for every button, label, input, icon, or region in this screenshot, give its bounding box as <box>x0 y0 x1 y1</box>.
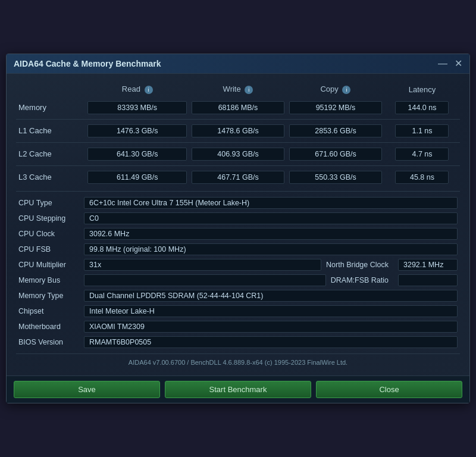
north-bridge-clock-label: North Bridge Clock <box>326 261 393 269</box>
chipset-row: Chipset Intel Meteor Lake-H <box>16 303 460 319</box>
row-copy-3: 550.33 GB/s <box>287 167 384 187</box>
cpu-fsb-label: CPU FSB <box>18 245 84 253</box>
cpu-stepping-value: C0 <box>84 212 458 224</box>
chipset-value: Intel Meteor Lake-H <box>84 305 458 317</box>
titlebar: AIDA64 Cache & Memory Benchmark — ✕ <box>7 54 469 74</box>
row-copy-0: 95192 MB/s <box>287 98 384 118</box>
table-header-row: Read i Write i Copy i Latency <box>16 81 460 98</box>
close-window-button[interactable]: Close <box>316 381 462 398</box>
read-info-icon[interactable]: i <box>145 86 153 94</box>
header-write: Write i <box>189 81 287 98</box>
memory-bus-label: Memory Bus <box>18 276 84 284</box>
row-label-0: Memory <box>16 98 85 118</box>
row-read-0: 83393 MB/s <box>85 98 189 118</box>
cpu-fsb-row: CPU FSB 99.8 MHz (original: 100 MHz) <box>16 242 460 257</box>
dram-fsb-label: DRAM:FSB Ratio <box>331 276 393 284</box>
table-row: L2 Cache 641.30 GB/s 406.93 GB/s 671.60 … <box>16 144 460 164</box>
cpu-type-value: 6C+10c Intel Core Ultra 7 155H (Meteor L… <box>84 197 458 209</box>
table-row: Memory 83393 MB/s 68186 MB/s 95192 MB/s … <box>16 98 460 118</box>
cpu-type-label: CPU Type <box>18 199 84 207</box>
cpu-clock-value: 3092.6 MHz <box>84 228 458 240</box>
start-benchmark-button[interactable]: Start Benchmark <box>165 381 311 398</box>
header-read: Read i <box>85 81 189 98</box>
row-copy-1: 2853.6 GB/s <box>287 121 384 141</box>
window-title: AIDA64 Cache & Memory Benchmark <box>14 59 161 68</box>
motherboard-value: XIAOMI TM2309 <box>84 321 458 333</box>
copy-info-icon[interactable]: i <box>342 86 350 94</box>
row-label-3: L3 Cache <box>16 167 85 187</box>
write-info-icon[interactable]: i <box>245 86 253 94</box>
row-latency-1: 1.1 ns <box>384 121 460 141</box>
row-label-2: L2 Cache <box>16 144 85 164</box>
motherboard-row: Motherboard XIAOMI TM2309 <box>16 319 460 334</box>
table-row: L3 Cache 611.49 GB/s 467.71 GB/s 550.33 … <box>16 167 460 187</box>
main-window: AIDA64 Cache & Memory Benchmark — ✕ Read <box>6 54 470 403</box>
row-write-0: 68186 MB/s <box>189 98 287 118</box>
chipset-label: Chipset <box>18 307 84 315</box>
header-latency: Latency <box>384 81 460 98</box>
bios-version-row: BIOS Version RMAMT6B0P0505 <box>16 334 460 350</box>
memory-type-value: Dual Channel LPDDR5 SDRAM (52-44-44-104 … <box>84 290 458 302</box>
cpu-fsb-value: 99.8 MHz (original: 100 MHz) <box>84 243 458 255</box>
bottom-bar: Save Start Benchmark Close <box>7 375 469 403</box>
cpu-multiplier-pair: CPU Multiplier 31x <box>18 259 321 271</box>
minimize-button[interactable]: — <box>438 59 447 68</box>
row-read-1: 1476.3 GB/s <box>85 121 189 141</box>
memory-type-row: Memory Type Dual Channel LPDDR5 SDRAM (5… <box>16 288 460 303</box>
system-info-section: CPU Type 6C+10c Intel Core Ultra 7 155H … <box>16 195 460 350</box>
titlebar-controls: — ✕ <box>438 59 462 68</box>
footer-text: AIDA64 v7.00.6700 / BenchDLL 4.6.889.8-x… <box>16 353 460 368</box>
cpu-multiplier-row: CPU Multiplier 31x North Bridge Clock 32… <box>16 257 460 273</box>
row-read-3: 611.49 GB/s <box>85 167 189 187</box>
memory-type-label: Memory Type <box>18 292 84 300</box>
bios-version-value: RMAMT6B0P0505 <box>84 336 458 348</box>
memory-bus-pair: Memory Bus <box>18 274 326 286</box>
row-latency-3: 45.8 ns <box>384 167 460 187</box>
row-copy-2: 671.60 GB/s <box>287 144 384 164</box>
header-empty <box>16 81 85 98</box>
cpu-multiplier-label: CPU Multiplier <box>18 261 84 269</box>
memory-bus-row: Memory Bus DRAM:FSB Ratio <box>16 273 460 288</box>
cpu-multiplier-value: 31x <box>84 259 321 271</box>
cpu-stepping-label: CPU Stepping <box>18 214 84 223</box>
cpu-clock-row: CPU Clock 3092.6 MHz <box>16 226 460 242</box>
row-write-2: 406.93 GB/s <box>189 144 287 164</box>
north-bridge-clock-value: 3292.1 MHz <box>398 259 458 271</box>
cpu-type-row: CPU Type 6C+10c Intel Core Ultra 7 155H … <box>16 195 460 211</box>
memory-bus-value <box>84 274 326 286</box>
main-content: Read i Write i Copy i Latency Memory <box>7 74 469 375</box>
row-write-3: 467.71 GB/s <box>189 167 287 187</box>
row-read-2: 641.30 GB/s <box>85 144 189 164</box>
motherboard-label: Motherboard <box>18 323 84 331</box>
cpu-stepping-row: CPU Stepping C0 <box>16 211 460 226</box>
cpu-clock-label: CPU Clock <box>18 230 84 238</box>
row-label-1: L1 Cache <box>16 121 85 141</box>
header-copy: Copy i <box>287 81 384 98</box>
bios-version-label: BIOS Version <box>18 338 84 346</box>
close-button[interactable]: ✕ <box>455 59 462 68</box>
benchmark-table: Read i Write i Copy i Latency Memory <box>16 81 460 187</box>
save-button[interactable]: Save <box>14 381 160 398</box>
dram-fsb-value <box>398 274 458 286</box>
row-latency-0: 144.0 ns <box>384 98 460 118</box>
table-row: L1 Cache 1476.3 GB/s 1478.6 GB/s 2853.6 … <box>16 121 460 141</box>
row-latency-2: 4.7 ns <box>384 144 460 164</box>
row-write-1: 1478.6 GB/s <box>189 121 287 141</box>
